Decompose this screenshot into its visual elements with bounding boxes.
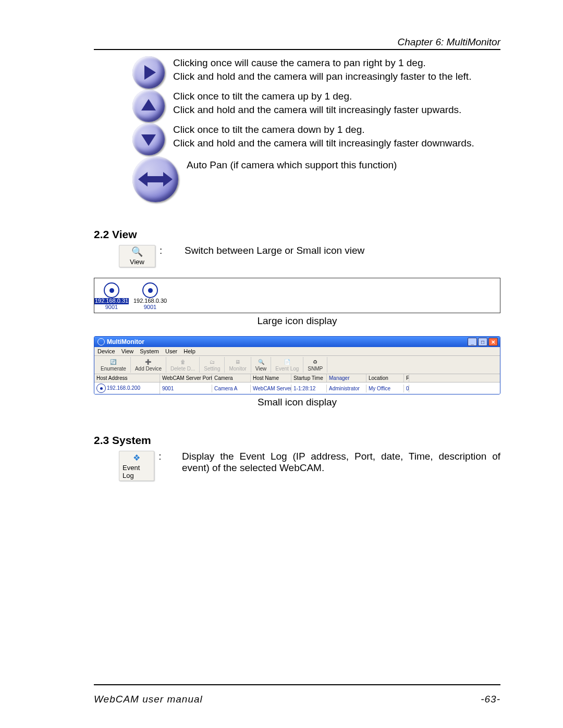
footer-left: WebCAM user manual: [94, 694, 203, 705]
column-manager[interactable]: Manager: [327, 374, 366, 382]
port-label: 9001: [144, 304, 156, 311]
cell-location: My Office: [366, 385, 404, 392]
cell-hostname: WebCAM Server: [251, 385, 291, 392]
toolbar-icon: 🗂: [208, 358, 216, 365]
toolbar-icon: 🔄: [109, 358, 117, 365]
event-log-label: Event Log: [123, 464, 151, 479]
column-f[interactable]: F: [404, 374, 409, 382]
close-button[interactable]: ✕: [488, 338, 498, 346]
toolbar: 🔄Enumerate➕Add Device🗑Delete D...🗂Settin…: [94, 356, 500, 374]
toolbar-label: Add Device: [135, 366, 162, 372]
toolbar-label: View: [255, 366, 267, 372]
auto-pan-icon: [132, 156, 178, 202]
minimize-button[interactable]: _: [468, 338, 477, 346]
cell-camera: Camera A: [212, 385, 251, 392]
footer-right: -63-: [481, 694, 500, 705]
toolbar-label: Enumerate: [101, 366, 126, 372]
menu-system[interactable]: System: [140, 348, 159, 354]
column-camera[interactable]: Camera: [212, 374, 251, 382]
ip-label: 192.168.0.30: [133, 298, 167, 304]
column-webcam-server-port[interactable]: WebCAM Server Port: [160, 374, 212, 382]
event-log-description: Display the Event Log (IP address, Port,…: [182, 451, 500, 474]
toolbar-snmp[interactable]: ♻SNMP: [303, 357, 327, 373]
tilt-down-icon: [132, 123, 165, 155]
cell-port: 9001: [160, 385, 212, 392]
colon: :: [160, 245, 166, 256]
toolbar-label: Event Log: [275, 366, 299, 372]
view-btn-label: View: [130, 258, 144, 266]
column-host-name[interactable]: Host Name: [251, 374, 291, 382]
toolbar-icon: 🖥: [234, 358, 242, 365]
toolbar-icon: 🗑: [179, 358, 187, 365]
window-title: MultiMonitor: [107, 338, 144, 346]
tilt-up-line2: Click and hold and the camera will tilt …: [173, 103, 500, 117]
maximize-button[interactable]: □: [478, 338, 487, 346]
toolbar-enumerate[interactable]: 🔄Enumerate: [96, 357, 131, 373]
heading-system: 2.3 System: [94, 434, 500, 447]
camera-icon: [142, 282, 158, 298]
menu-view[interactable]: View: [121, 348, 134, 354]
toolbar-label: Setting: [204, 366, 220, 372]
camera-icon: [96, 384, 106, 393]
heading-view: 2.2 View: [94, 228, 500, 241]
column-startup-time[interactable]: Startup Time: [291, 374, 327, 382]
log-icon: ❖: [133, 453, 140, 463]
list-header: Host AddressWebCAM Server PortCameraHost…: [94, 374, 500, 382]
toolbar-icon: ➕: [144, 358, 152, 365]
menu-help[interactable]: Help: [183, 348, 195, 354]
toolbar-view[interactable]: 🔍View: [251, 357, 272, 373]
port-label: 9001: [105, 304, 118, 311]
toolbar-setting: 🗂Setting: [200, 357, 225, 373]
chapter-header: Chapter 6: MultiMonitor: [94, 36, 500, 48]
pan-right-line2: Click and hold and the camera will pan i…: [173, 70, 500, 83]
toolbar-label: SNMP: [308, 366, 323, 372]
toolbar-icon: ♻: [311, 358, 320, 365]
toolbar-label: Delete D...: [170, 366, 195, 372]
header-rule: [94, 49, 500, 50]
list-row[interactable]: 192.168.0.200 9001 Camera A WebCAM Serve…: [94, 382, 500, 394]
menu-device[interactable]: Device: [97, 348, 115, 354]
cell-f: 0: [404, 385, 409, 392]
caption-large: Large icon display: [94, 315, 500, 327]
toolbar-add-device[interactable]: ➕Add Device: [131, 357, 166, 373]
tilt-up-icon: [132, 90, 165, 122]
camera-icon: [104, 282, 119, 298]
multimonitor-window: MultiMonitor _ □ ✕ DeviceViewSystemUserH…: [94, 336, 500, 394]
magnifier-icon: 🔍: [131, 246, 143, 257]
app-icon: [97, 338, 105, 346]
tilt-down-line1: Click once to tilt the camera down by 1 …: [173, 123, 500, 137]
toolbar-icon: 📄: [283, 358, 291, 365]
toolbar-event-log: 📄Event Log: [271, 357, 303, 373]
tilt-up-line1: Click once to tilt the camera up by 1 de…: [173, 90, 500, 103]
auto-pan-line1: Auto Pan (if camera which support this f…: [187, 158, 500, 172]
column-host-address[interactable]: Host Address: [94, 374, 160, 382]
toolbar-label: Monitor: [229, 366, 246, 372]
footer-rule: [94, 684, 500, 685]
ip-label: 192.168.0.31: [94, 298, 129, 304]
caption-small: Small icon display: [94, 397, 500, 408]
toolbar-delete-d-: 🗑Delete D...: [166, 357, 200, 373]
cell-manager: Administrator: [327, 385, 366, 392]
large-icon-panel: 192.168.0.319001192.168.0.309001: [94, 278, 500, 313]
menu-user[interactable]: User: [165, 348, 177, 354]
pan-right-icon: [132, 56, 165, 89]
colon2: :: [158, 451, 163, 462]
menubar: DeviceViewSystemUserHelp: [94, 347, 500, 356]
column-location[interactable]: Location: [366, 374, 404, 382]
event-log-button[interactable]: ❖ Event Log: [119, 451, 154, 481]
large-icon-item[interactable]: 192.168.0.309001: [138, 282, 162, 311]
large-icon-item[interactable]: 192.168.0.319001: [100, 282, 124, 311]
view-toggle-button[interactable]: 🔍 View: [119, 245, 155, 267]
tilt-down-line2: Click and hold and the camera will tilt …: [173, 137, 500, 150]
pan-right-line1: Clicking once will cause the camera to p…: [173, 56, 500, 70]
cell-startup: 1-1:28:12: [291, 385, 327, 392]
toolbar-icon: 🔍: [257, 358, 265, 365]
toolbar-monitor: 🖥Monitor: [225, 357, 251, 373]
view-description: Switch between Large or Small icon view: [185, 245, 364, 256]
cell-host: 192.168.0.200: [107, 385, 140, 391]
